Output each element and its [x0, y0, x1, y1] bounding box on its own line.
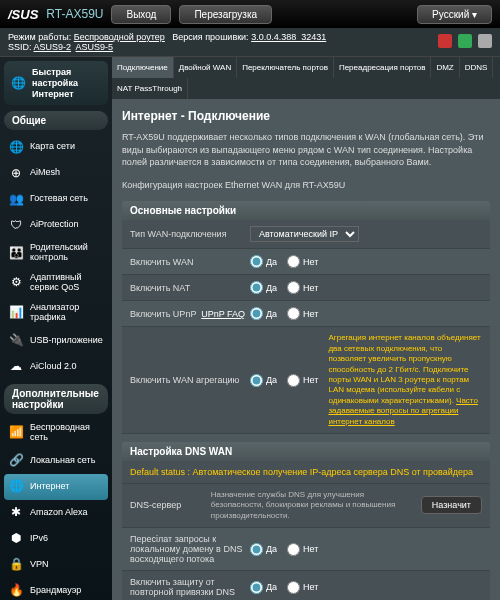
assign-button[interactable]: Назначит	[421, 496, 482, 514]
sidebar-label: Брандмауэр	[30, 586, 81, 596]
status-icon-1[interactable]	[438, 34, 452, 48]
sidebar-item-4[interactable]: 👪Родительский контроль	[4, 238, 108, 268]
note-link[interactable]: Часто задаваемые вопросы по агрегации ин…	[328, 396, 477, 426]
logout-button[interactable]: Выход	[111, 5, 171, 24]
status-icon-2[interactable]	[458, 34, 472, 48]
sidebar-label: VPN	[30, 560, 49, 570]
sidebar-icon: ⊕	[8, 165, 24, 181]
setting-label: Тип WAN-подключения	[130, 229, 250, 239]
sidebar-adv-6[interactable]: 🔥Брандмауэр	[4, 578, 108, 600]
sidebar-label: USB-приложение	[30, 336, 103, 346]
radio-no[interactable]: Нет	[287, 307, 318, 320]
sidebar: 🌐 Быстрая настройка Интернет Общие 🌐Карт…	[0, 57, 112, 600]
setting-row: Включить WAN агрегациюДаНетАгрегация инт…	[122, 327, 490, 434]
sidebar-adv-1[interactable]: 🔗Локальная сеть	[4, 448, 108, 474]
setting-label: Включить WAN агрегацию	[130, 375, 250, 385]
tab-6[interactable]: NAT PassThrough	[112, 78, 188, 99]
radio-no[interactable]: Нет	[287, 255, 318, 268]
setting-label: Включить UPnP UPnP FAQ	[130, 309, 250, 319]
setting-row: Тип WAN-подключенияАвтоматический IP	[122, 220, 490, 249]
radio-yes[interactable]: Да	[250, 255, 277, 268]
tab-3[interactable]: Переадресация портов	[334, 57, 432, 78]
radio-yes[interactable]: Да	[250, 281, 277, 294]
language-select[interactable]: Русский ▾	[417, 5, 492, 24]
tab-4[interactable]: DMZ	[431, 57, 459, 78]
radio-no[interactable]: Нет	[287, 281, 318, 294]
sidebar-label: Родительский контроль	[30, 243, 104, 263]
sidebar-icon: 🔌	[8, 333, 24, 349]
brand-logo: /SUS	[8, 7, 38, 22]
general-header: Общие	[4, 111, 108, 130]
page-title: Интернет - Подключение	[122, 109, 490, 123]
setting-row: Включить защиту от повторной привязки DN…	[122, 571, 490, 600]
page-config: Конфигурация настроек Ethernet WAN для R…	[122, 179, 490, 192]
setting-label: Включить защиту от повторной привязки DN…	[130, 577, 250, 597]
sidebar-item-5[interactable]: ⚙Адаптивный сервис QoS	[4, 268, 108, 298]
sidebar-label: AiProtection	[30, 220, 79, 230]
sidebar-icon: ☁	[8, 359, 24, 375]
select[interactable]: Автоматический IP	[250, 226, 359, 242]
sidebar-label: IPv6	[30, 534, 48, 544]
sidebar-item-3[interactable]: 🛡AiProtection	[4, 212, 108, 238]
quick-setup[interactable]: 🌐 Быстрая настройка Интернет	[4, 61, 108, 105]
advanced-header: Дополнительные настройки	[4, 384, 108, 414]
sidebar-icon: 👪	[8, 245, 24, 261]
sidebar-item-6[interactable]: 📊Анализатор трафика	[4, 298, 108, 328]
sidebar-label: Amazon Alexa	[30, 508, 88, 518]
status-icon-3[interactable]	[478, 34, 492, 48]
section-basic: Основные настройки	[122, 201, 490, 220]
sidebar-icon: 🌐	[8, 139, 24, 155]
radio-yes[interactable]: Да	[250, 543, 277, 556]
status-bar: Режим работы: Беспроводной роутер Версия…	[0, 28, 500, 57]
radio-yes[interactable]: Да	[250, 374, 277, 387]
quick-label: Быстрая настройка Интернет	[32, 67, 102, 99]
ssid2-link[interactable]: ASUS9-5	[76, 42, 114, 52]
tab-5[interactable]: DDNS	[460, 57, 494, 78]
faq-link[interactable]: UPnP FAQ	[201, 309, 245, 319]
sidebar-icon: 🔥	[8, 583, 24, 599]
radio-no[interactable]: Нет	[287, 581, 318, 594]
fw-link[interactable]: 3.0.0.4.388_32431	[251, 32, 326, 42]
setting-row: Включить NATДаНет	[122, 275, 490, 301]
tab-0[interactable]: Подключение	[112, 57, 174, 78]
sidebar-adv-0[interactable]: 📶Беспроводная сеть	[4, 418, 108, 448]
section-dns: Настройка DNS WAN	[122, 442, 490, 461]
sidebar-icon: 🔒	[8, 557, 24, 573]
sidebar-item-0[interactable]: 🌐Карта сети	[4, 134, 108, 160]
setting-row: DNS-серверНазначение службы DNS для улуч…	[122, 484, 490, 528]
sidebar-adv-3[interactable]: ✱Amazon Alexa	[4, 500, 108, 526]
reboot-button[interactable]: Перезагрузка	[179, 5, 272, 24]
sidebar-item-2[interactable]: 👥Гостевая сеть	[4, 186, 108, 212]
sidebar-label: Беспроводная сеть	[30, 423, 104, 443]
sidebar-label: Анализатор трафика	[30, 303, 104, 323]
note: Агрегация интернет каналов объединяет дв…	[328, 333, 482, 427]
page-desc: RT-AX59U поддерживает несколько типов по…	[122, 131, 490, 169]
sidebar-adv-5[interactable]: 🔒VPN	[4, 552, 108, 578]
sidebar-label: Локальная сеть	[30, 456, 95, 466]
tab-2[interactable]: Переключатель портов	[237, 57, 334, 78]
setting-row: Пересілат запросы к локальному домену в …	[122, 528, 490, 571]
ssid1-link[interactable]: ASUS9-2	[34, 42, 72, 52]
radio-no[interactable]: Нет	[287, 374, 318, 387]
sidebar-adv-4[interactable]: ⬢IPv6	[4, 526, 108, 552]
radio-no[interactable]: Нет	[287, 543, 318, 556]
sidebar-label: Карта сети	[30, 142, 75, 152]
mode-label: Режим работы:	[8, 32, 71, 42]
sidebar-item-8[interactable]: ☁AiCloud 2.0	[4, 354, 108, 380]
sidebar-label: Интернет	[30, 482, 69, 492]
tab-1[interactable]: Двойной WAN	[174, 57, 237, 78]
sidebar-label: AiMesh	[30, 168, 60, 178]
mode-link[interactable]: Беспроводной роутер	[74, 32, 165, 42]
radio-yes[interactable]: Да	[250, 581, 277, 594]
setting-label: DNS-сервер	[130, 500, 211, 510]
ssid-label: SSID:	[8, 42, 32, 52]
radio-yes[interactable]: Да	[250, 307, 277, 320]
sidebar-adv-2[interactable]: 🌐Интернет	[4, 474, 108, 500]
setting-row: Включить UPnP UPnP FAQДаНет	[122, 301, 490, 327]
sidebar-item-1[interactable]: ⊕AiMesh	[4, 160, 108, 186]
hint: Назначение службы DNS для улучшения безо…	[211, 490, 411, 521]
sidebar-item-7[interactable]: 🔌USB-приложение	[4, 328, 108, 354]
setting-row: Включить WANДаНет	[122, 249, 490, 275]
globe-icon: 🌐	[10, 75, 26, 91]
sidebar-icon: 🔗	[8, 453, 24, 469]
